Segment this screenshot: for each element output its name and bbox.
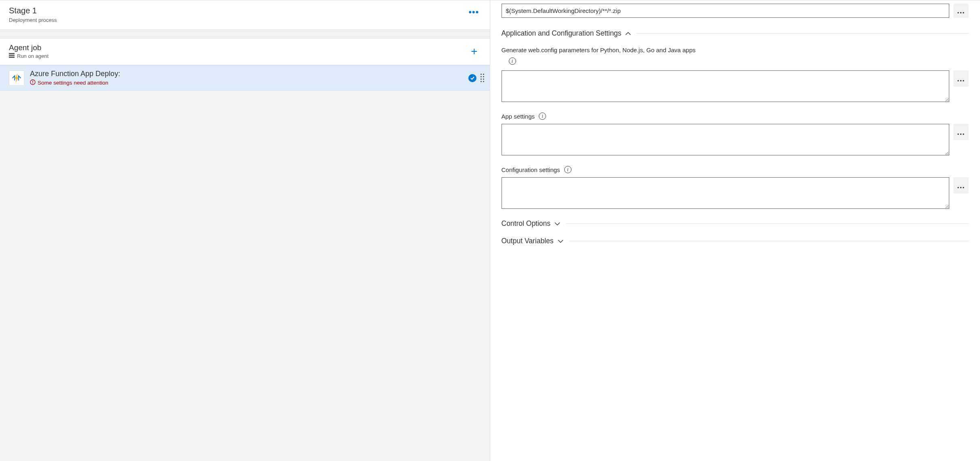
configsettings-label: Configuration settings xyxy=(502,166,560,173)
webconfig-browse-button[interactable]: ... xyxy=(953,70,969,87)
stage-header[interactable]: Stage 1 Deployment process ••• xyxy=(0,0,490,30)
svg-rect-2 xyxy=(9,57,15,58)
appsettings-browse-button[interactable]: ... xyxy=(953,124,969,140)
package-browse-button[interactable]: ... xyxy=(953,4,969,18)
appsettings-label: App settings xyxy=(502,113,535,120)
stage-title: Stage 1 xyxy=(9,6,57,15)
svg-rect-5 xyxy=(32,83,33,83)
appsettings-group: App settings i ... xyxy=(502,113,969,155)
task-title: Azure Function App Deploy: xyxy=(30,70,463,78)
server-icon xyxy=(9,53,15,59)
tasks-pane: Stage 1 Deployment process ••• Agent job… xyxy=(0,0,490,461)
info-icon[interactable]: i xyxy=(509,57,516,65)
configsettings-input[interactable] xyxy=(502,177,950,209)
appsettings-input[interactable] xyxy=(502,124,950,155)
chevron-up-icon xyxy=(625,30,631,37)
svg-rect-4 xyxy=(32,81,33,83)
package-path-input[interactable] xyxy=(502,4,950,18)
task-settings-pane: ... Application and Configuration Settin… xyxy=(490,0,980,461)
drag-handle[interactable] xyxy=(480,74,484,82)
configsettings-group: Configuration settings i ... xyxy=(502,166,969,209)
task-selected-icon xyxy=(468,74,476,82)
agent-job-subtitle: Run on agent xyxy=(17,53,49,59)
section-control-options-header[interactable]: Control Options xyxy=(502,219,969,228)
info-icon[interactable]: i xyxy=(564,166,571,173)
warning-icon xyxy=(30,79,36,86)
info-icon[interactable]: i xyxy=(539,113,546,120)
agent-job-title: Agent job xyxy=(9,43,49,52)
chevron-down-icon xyxy=(555,221,560,227)
webconfig-input[interactable] xyxy=(502,70,950,102)
package-field-row: ... xyxy=(502,4,969,18)
task-warning-text: Some settings need attention xyxy=(38,80,108,86)
stage-more-button[interactable]: ••• xyxy=(466,6,481,18)
section-output-variables-header[interactable]: Output Variables xyxy=(502,237,969,245)
configsettings-browse-button[interactable]: ... xyxy=(953,177,969,193)
webconfig-label: Generate web.config parameters for Pytho… xyxy=(502,47,696,53)
section-output-variables-title: Output Variables xyxy=(502,237,554,245)
azure-function-icon xyxy=(9,70,24,86)
svg-rect-0 xyxy=(9,53,15,54)
task-row-azure-function-deploy[interactable]: Azure Function App Deploy: Some settings… xyxy=(0,65,490,91)
section-app-config-header[interactable]: Application and Configuration Settings xyxy=(502,29,969,38)
svg-rect-1 xyxy=(9,55,15,56)
chevron-down-icon xyxy=(558,238,563,244)
stage-subtitle: Deployment process xyxy=(9,17,57,23)
add-task-button[interactable]: + xyxy=(467,44,481,59)
section-control-options-title: Control Options xyxy=(502,219,551,228)
section-app-config-title: Application and Configuration Settings xyxy=(502,29,622,38)
webconfig-group: Generate web.config parameters for Pytho… xyxy=(502,47,969,102)
agent-job-row[interactable]: Agent job Run on agent + xyxy=(0,38,490,65)
